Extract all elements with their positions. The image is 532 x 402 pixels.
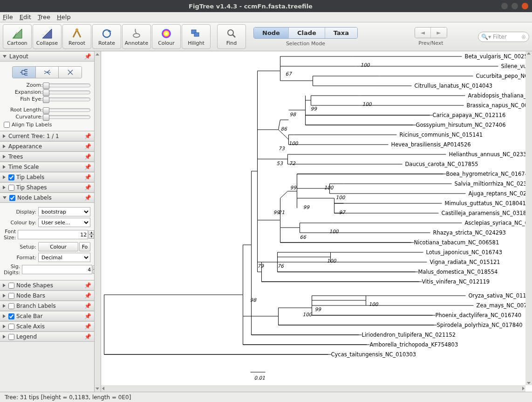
panel-tip-labels[interactable]: Tip Labels📌 — [0, 172, 94, 182]
format-select[interactable]: Decimal — [38, 253, 90, 262]
pin-icon[interactable]: 📌 — [84, 184, 91, 191]
menu-help[interactable]: Help — [57, 14, 71, 21]
scale-axis-checkbox[interactable] — [8, 324, 14, 330]
rotate-button[interactable]: Rotate — [92, 24, 121, 49]
colour-button[interactable]: Colour — [152, 24, 181, 49]
font-size-up[interactable]: ▲ — [89, 230, 94, 235]
hilight-button[interactable]: Hilight — [182, 24, 211, 49]
panel-branch-labels[interactable]: Branch Labels📌 — [0, 301, 94, 311]
tip-labels-checkbox[interactable] — [8, 174, 14, 180]
panel-current-tree[interactable]: Current Tree: 1 / 1📌 — [0, 131, 94, 141]
svg-line-11 — [232, 35, 235, 37]
panel-node-labels-header[interactable]: Node Labels📌 — [0, 193, 94, 203]
pin-icon[interactable]: 📌 — [84, 292, 91, 299]
svg-point-6 — [133, 34, 140, 37]
display-select[interactable]: bootstrap — [38, 207, 90, 216]
svg-text:Arabidopsis_thaliana_NC_001284: Arabidopsis_thaliana_NC_001284 — [468, 92, 526, 99]
pin-icon[interactable]: 📌 — [84, 333, 91, 340]
radial-style[interactable] — [59, 67, 82, 78]
filter-input[interactable]: 🔍▾ Filter ⊗ — [478, 32, 529, 42]
setup-font-button[interactable]: Fo — [79, 242, 90, 251]
panel-scale-axis[interactable]: Scale Axis📌 — [0, 321, 94, 332]
align-tip-checkbox[interactable] — [4, 122, 10, 128]
tree-canvas[interactable]: Beta_vulgaris_NC_002511Silene_vulgaris_N… — [101, 51, 532, 392]
panel-layout-header[interactable]: Layout 📌 — [0, 51, 94, 62]
pin-icon[interactable]: 📌 — [84, 153, 91, 160]
svg-text:Ricinus_communis_NC_015141: Ricinus_communis_NC_015141 — [400, 132, 483, 138]
panel-node-bars[interactable]: Node Bars📌 — [0, 291, 94, 301]
pin-icon[interactable]: 📌 — [84, 164, 91, 170]
prev-button[interactable]: ◄ — [415, 28, 431, 38]
branch-labels-checkbox[interactable] — [8, 303, 14, 309]
node-shapes-checkbox[interactable] — [8, 283, 14, 289]
colour-by-select[interactable]: User sele... — [38, 218, 90, 227]
pin-icon[interactable]: 📌 — [84, 303, 91, 309]
svg-text:100: 100 — [327, 258, 337, 263]
panel-scale-bar[interactable]: Scale Bar📌 — [0, 311, 94, 321]
svg-text:98: 98 — [250, 297, 257, 303]
polar-style[interactable] — [36, 67, 59, 78]
annotate-button[interactable]: Annotate — [122, 24, 151, 49]
selection-node[interactable]: Node — [254, 28, 289, 38]
root-length-slider[interactable] — [44, 108, 90, 112]
pin-icon[interactable]: 📌 — [84, 313, 91, 319]
node-bars-checkbox[interactable] — [8, 293, 14, 299]
sig-digits-input[interactable] — [22, 265, 92, 274]
panel-tip-shapes[interactable]: Tip Shapes📌 — [0, 182, 94, 193]
svg-text:100: 100 — [336, 194, 346, 200]
close-button[interactable] — [522, 3, 528, 9]
cartoon-button[interactable]: Cartoon — [3, 24, 32, 49]
canvas-vscrollbar[interactable] — [525, 51, 532, 385]
svg-text:Silene_vulgaris_NC_016406: Silene_vulgaris_NC_016406 — [501, 63, 526, 69]
font-size-down[interactable]: ▼ — [89, 235, 94, 239]
find-button[interactable]: Find — [217, 24, 246, 49]
panel-node-shapes[interactable]: Node Shapes📌 — [0, 280, 94, 291]
font-size-input[interactable] — [18, 230, 88, 239]
pin-icon[interactable]: 📌 — [84, 143, 91, 150]
svg-text:86: 86 — [281, 126, 288, 132]
svg-rect-9 — [194, 33, 199, 36]
node-labels-checkbox[interactable] — [9, 195, 15, 201]
pin-icon[interactable]: 📌 — [84, 174, 91, 180]
menu-edit[interactable]: Edit — [20, 14, 31, 21]
selection-clade[interactable]: Clade — [289, 28, 325, 38]
pin-icon[interactable]: 📌 — [84, 133, 91, 139]
curvature-slider[interactable] — [44, 115, 90, 119]
zoom-slider[interactable] — [44, 83, 90, 87]
panel-legend[interactable]: Legend📌 — [0, 332, 94, 342]
selection-taxa[interactable]: Taxa — [325, 28, 357, 38]
svg-text:100: 100 — [362, 101, 372, 107]
panel-node-labels-body: Display:bootstrap Colour by:User sele...… — [0, 203, 94, 280]
panel-appearance[interactable]: Appearance📌 — [0, 141, 94, 152]
pin-icon[interactable]: 📌 — [84, 323, 91, 330]
panel-trees[interactable]: Trees📌 — [0, 152, 94, 162]
tip-shapes-checkbox[interactable] — [8, 185, 14, 191]
menu-file[interactable]: File — [3, 14, 13, 21]
svg-text:Gossypium_hirsutum_NC_027406: Gossypium_hirsutum_NC_027406 — [416, 122, 506, 128]
collapse-button[interactable]: Collapse — [33, 24, 61, 49]
svg-text:Daucus_carota_NC_017855: Daucus_carota_NC_017855 — [405, 161, 478, 167]
canvas-hscrollbar[interactable] — [101, 385, 525, 392]
pin-icon[interactable]: 📌 — [84, 53, 91, 60]
pin-icon[interactable]: 📌 — [84, 282, 91, 289]
minimize-button[interactable] — [501, 3, 508, 9]
maximize-button[interactable] — [512, 3, 518, 9]
svg-text:100: 100 — [361, 62, 370, 68]
next-button[interactable]: ► — [431, 28, 447, 38]
rectangular-style[interactable] — [13, 67, 36, 78]
sidebar: Layout 📌 Zoom: Expansion: Fish Eye: Root… — [0, 51, 95, 392]
reroot-button[interactable]: Reroot — [62, 24, 91, 49]
panel-time-scale[interactable]: Time Scale📌 — [0, 162, 94, 172]
legend-checkbox[interactable] — [8, 334, 14, 340]
fisheye-slider[interactable] — [44, 97, 90, 101]
scale-bar-checkbox[interactable] — [8, 313, 14, 319]
pin-icon[interactable]: 📌 — [84, 194, 91, 201]
sidebar-scrollbar[interactable] — [95, 51, 101, 392]
svg-line-126 — [280, 191, 288, 198]
expansion-slider[interactable] — [44, 90, 90, 94]
menu-tree[interactable]: Tree — [38, 14, 50, 21]
setup-colour-button[interactable]: Colour — [38, 242, 78, 251]
svg-text:Oryza_sativa_NC_011033: Oryza_sativa_NC_011033 — [469, 292, 526, 299]
svg-text:Castilleja_paramensis_NC_03180: Castilleja_paramensis_NC_031806 — [442, 210, 526, 216]
clear-filter-icon[interactable]: ⊗ — [521, 34, 526, 40]
